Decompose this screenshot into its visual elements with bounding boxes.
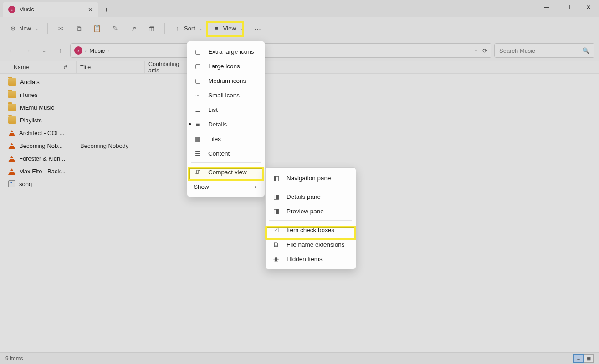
content-icon: ☰ [194,150,202,157]
folder-icon [8,91,16,98]
menu-small-icons[interactable]: ▫▫Small icons [187,88,265,102]
new-label: New [19,25,31,32]
column-num-label: # [64,64,67,71]
eye-icon: ◉ [272,255,280,263]
list-item[interactable]: Forester & Kidn... [0,152,599,165]
file-name: Audials [20,79,40,86]
list-item[interactable]: iTunes [0,88,599,101]
rename-button[interactable]: ✎ [107,20,123,37]
selected-bullet-icon: • [187,120,193,128]
list-item[interactable]: Playlists [0,114,599,126]
menu-separator [191,162,261,163]
search-icon: 🔍 [582,47,589,54]
menu-label: Compact view [208,169,247,176]
music-icon: ♪ [8,6,15,13]
view-label: View [223,25,236,32]
file-name: Max Elto - Back... [19,168,66,175]
details-icon: ≡ [194,121,202,128]
file-name: iTunes [20,91,38,98]
list-icon: ≣ [194,106,202,113]
file-name: Architect - COL... [19,130,65,136]
breadcrumb-music[interactable]: Music [89,47,105,54]
menu-label: Tiles [208,136,221,142]
menu-content[interactable]: ☰Content [187,146,265,161]
compact-view-icon: ⇵ [194,168,202,176]
maximize-button[interactable]: ☐ [557,0,578,15]
toolbar: ⊕ New ⌄ ✂ ⧉ 📋 ✎ ↗ 🗑 ↕ Sort ⌄ ≡ View ⌄ ⋯ [0,17,599,40]
column-number[interactable]: # [60,61,77,73]
thumbnails-view-toggle[interactable]: ▦ [584,354,594,363]
menu-separator [269,187,352,187]
new-button[interactable]: ⊕ New ⌄ [5,22,43,35]
menu-details-pane[interactable]: ◨Details pane [266,189,356,204]
new-tab-button[interactable]: ＋ [98,2,114,17]
delete-button[interactable]: 🗑 [143,20,160,37]
menu-show[interactable]: Show› [187,179,265,194]
menu-large-icons[interactable]: ▢Large icons [187,59,265,73]
menu-item-check-boxes[interactable]: ☑Item check boxes [266,222,356,237]
search-box[interactable]: Search Music 🔍 [494,43,594,58]
folder-icon [8,104,16,111]
chevron-right-icon: › [108,48,109,53]
close-window-button[interactable]: ✕ [578,0,599,15]
refresh-button[interactable]: ⟳ [482,47,487,54]
audio-file-icon [8,180,15,187]
sort-icon: ↕ [174,25,181,32]
tab-music[interactable]: ♪ Music ✕ [3,2,98,17]
list-item[interactable]: Becoming Nob...Becoming Nobody [0,139,599,152]
menu-medium-icons[interactable]: ▢Medium icons [187,73,265,88]
menu-label: Content [208,150,230,157]
chevron-right-icon: › [85,48,87,53]
details-pane-icon: ◨ [272,193,280,200]
list-item[interactable]: Audials [0,76,599,88]
copy-button[interactable]: ⧉ [71,20,87,37]
column-headers: Name ˄ # Title Contributing artis [0,61,599,74]
menu-label: Details [208,121,227,128]
status-bar: 9 items ≡ ▦ [0,352,599,364]
close-tab-icon[interactable]: ✕ [88,6,93,13]
share-button[interactable]: ↗ [125,20,142,37]
music-icon: ♪ [74,46,82,55]
cut-button[interactable]: ✂ [52,20,69,37]
sort-asc-icon: ˄ [32,65,35,70]
back-button[interactable]: ← [5,44,18,57]
menu-list[interactable]: ≣List [187,102,265,117]
menu-preview-pane[interactable]: ◨Preview pane [266,204,356,218]
up-button[interactable]: ↑ [54,44,67,57]
navigation-pane-icon: ◧ [272,174,280,182]
list-item[interactable]: Architect - COL... [0,126,599,139]
large-icons-icon: ▢ [194,62,202,70]
column-name-label: Name [14,64,29,71]
forward-button[interactable]: → [21,44,35,57]
menu-file-name-extensions[interactable]: 🗎File name extensions [266,237,356,252]
menu-details[interactable]: •≡Details [187,117,265,131]
separator [164,23,165,34]
separator [47,23,48,34]
folder-icon [8,116,16,124]
address-dropdown-icon[interactable]: ⌄ [474,47,478,54]
address-bar[interactable]: ♪ › Music › ⌄ ⟳ [70,43,491,58]
menu-extra-large-icons[interactable]: ▢Extra large icons [187,44,265,59]
folder-icon [8,78,16,86]
menu-tiles[interactable]: ▦Tiles [187,131,265,146]
menu-compact-view[interactable]: ⇵Compact view [187,165,265,179]
menu-label: Small icons [208,92,240,99]
checkbox-icon: ☑ [272,226,280,233]
recent-locations-button[interactable]: ⌄ [37,44,51,57]
details-view-toggle[interactable]: ≡ [573,354,584,363]
column-title[interactable]: Title [77,61,145,73]
list-item[interactable]: MEmu Music [0,101,599,114]
view-icon: ≡ [213,25,220,32]
file-name: Forester & Kidn... [19,155,65,162]
file-icon: 🗎 [272,241,280,248]
minimize-button[interactable]: ― [536,0,557,15]
vlc-icon [8,130,15,136]
menu-navigation-pane[interactable]: ◧Navigation pane [266,171,356,185]
menu-hidden-items[interactable]: ◉Hidden items [266,252,356,266]
column-name[interactable]: Name ˄ [10,61,60,73]
view-button[interactable]: ≡ View ⌄ [209,22,248,35]
sort-button[interactable]: ↕ Sort ⌄ [169,22,207,35]
plus-circle-icon: ⊕ [9,25,16,32]
more-button[interactable]: ⋯ [250,20,266,37]
paste-button[interactable]: 📋 [89,20,105,37]
